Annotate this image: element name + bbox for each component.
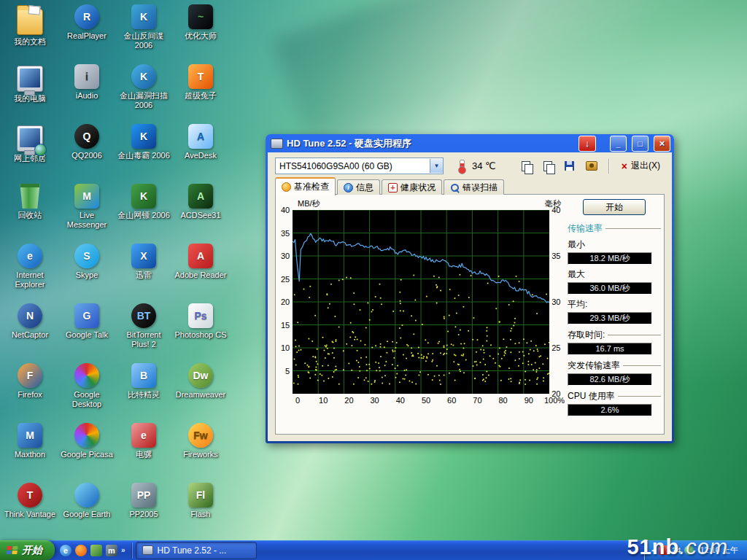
desktop-icon-label: Live Messenger xyxy=(60,211,114,229)
desktop-icon-google-desktop[interactable]: Google Desktop xyxy=(58,360,115,420)
exit-label: 退出(X) xyxy=(631,160,660,172)
quick-launch-messenger-icon[interactable] xyxy=(90,545,102,556)
desktop-icon-kingsoft-netguard[interactable]: K金山网镖 2006 xyxy=(115,181,172,241)
desktop-icon-acdsee31[interactable]: AACDSee31 xyxy=(172,181,229,241)
desktop-icon-label: 优化大师 xyxy=(185,31,217,41)
desktop-icon-avedesk[interactable]: AAveDesk xyxy=(172,121,229,181)
capture-button[interactable] xyxy=(583,158,600,174)
desktop-icon-kingsoft-scan[interactable]: K金山漏洞扫描 2006 xyxy=(115,61,172,121)
red-arrow-button[interactable]: ↓ xyxy=(578,136,596,152)
drive-select[interactable]: HTS541060G9SA00 (60 GB) ▼ xyxy=(275,158,444,174)
desktop-icon-google-earth[interactable]: Google Earth xyxy=(58,480,115,540)
desktop-icon-skype[interactable]: SSkype xyxy=(58,241,115,300)
desktop-icon-adobe-reader[interactable]: AAdobe Reader xyxy=(172,241,229,300)
desktop-icon-realplayer[interactable]: RRealPlayer xyxy=(58,1,115,61)
taskbar-task-hdtune[interactable]: HD Tune 2.52 - ... xyxy=(136,542,257,559)
watermark-51nb: 51nb.com xyxy=(627,535,728,559)
thinkvantage-icon: T xyxy=(18,483,42,508)
desktop-icon-netcaptor[interactable]: NNetCaptor xyxy=(1,300,58,360)
desktop-icon-xunlei[interactable]: X迅雷 xyxy=(115,241,172,300)
cpu-usage-value: 2.6% xyxy=(568,404,652,416)
desktop-icon-my-documents[interactable]: 我的文档 xyxy=(1,1,58,61)
desktop-icon-google-picasa[interactable]: Google Picasa xyxy=(58,420,115,480)
x-tick: 90 xyxy=(525,396,533,405)
desktop-icon-live-messenger[interactable]: MLive Messenger xyxy=(58,181,115,241)
left-tick: 10 xyxy=(281,343,290,352)
windows-flag-icon xyxy=(6,546,18,554)
copy-screenshot-button[interactable] xyxy=(539,158,557,174)
desktop-icon-label: Maxthon xyxy=(15,450,45,459)
desktop-icon-kingsoft-antispy[interactable]: K金山反间谍 2006 xyxy=(115,1,172,61)
avedesk-icon: A xyxy=(188,124,213,149)
left-tick: 20 xyxy=(281,298,290,306)
close-button[interactable]: × xyxy=(654,136,670,152)
desktop-icon-label: 回收站 xyxy=(18,211,42,220)
desktop-icon-bitspirit[interactable]: B比特精灵 xyxy=(115,360,172,420)
desktop-icon-label: Fireworks xyxy=(183,450,218,459)
tab-info[interactable]: i 信息 xyxy=(337,179,380,195)
desktop-icon-maxthon[interactable]: MMaxthon xyxy=(1,420,58,480)
desktop-icon-emule[interactable]: e电骡 xyxy=(115,420,172,480)
desktop-icon-qq2006[interactable]: QQQ2006 xyxy=(58,121,115,181)
desktop-icon-dreamweaver[interactable]: DwDreamweaver xyxy=(172,360,229,420)
bittorrent-plus-icon: BT xyxy=(131,303,156,328)
desktop-icon-my-computer[interactable]: 我的电脑 xyxy=(1,61,58,121)
desktop-icon-recycle-bin[interactable]: 回收站 xyxy=(1,181,58,241)
desktop-icon-google-talk[interactable]: GGoogle Talk xyxy=(58,300,115,360)
start-button[interactable]: 开始 xyxy=(0,540,55,560)
network-places-icon xyxy=(17,125,43,152)
health-cross-icon: + xyxy=(388,183,398,192)
tab-benchmark[interactable]: 基准检查 xyxy=(275,177,336,195)
desktop-icon-photoshop-cs[interactable]: PsPhotoshop CS xyxy=(172,300,229,360)
desktop-icon-label: 电骡 xyxy=(136,450,152,459)
titlebar[interactable]: HD Tune 2.52 - 硬盘实用程序 ↓ _ □ × xyxy=(268,134,672,152)
quick-launch: e m » xyxy=(55,545,131,556)
qq2006-icon: Q xyxy=(74,124,99,149)
desktop-icon-label: BitTorrent Plus! 2 xyxy=(117,330,171,349)
quick-launch-media-icon[interactable] xyxy=(75,545,87,556)
desktop-icon-fireworks[interactable]: FwFireworks xyxy=(172,420,229,480)
kingsoft-scan-icon: K xyxy=(131,64,156,89)
desktop-icon-label: 比特精灵 xyxy=(128,390,160,400)
start-benchmark-button[interactable]: 开始 xyxy=(583,199,646,215)
start-label: 开始 xyxy=(22,544,42,557)
acdsee31-icon: A xyxy=(188,184,213,209)
combo-dropdown-button[interactable]: ▼ xyxy=(430,159,443,173)
x-tick: 40 xyxy=(396,396,405,405)
flash-icon: Fl xyxy=(188,483,213,508)
quick-launch-mail-icon[interactable]: m xyxy=(106,545,117,556)
desktop-icon-wopti[interactable]: ~优化大师 xyxy=(172,1,229,61)
desktop-icon-super-rabbit[interactable]: T超级兔子 xyxy=(172,61,229,121)
desktop-icon-firefox[interactable]: FFirefox xyxy=(1,360,58,420)
tab-benchmark-label: 基准检查 xyxy=(294,181,329,193)
desktop-icon-bittorrent-plus[interactable]: BTBitTorrent Plus! 2 xyxy=(115,300,172,360)
copy-icon xyxy=(522,161,530,171)
group-rule xyxy=(608,335,661,335)
desktop-icon-label: PP2005 xyxy=(129,510,158,519)
xunlei-icon: X xyxy=(131,244,156,268)
desktop-icon-grid: 我的文档我的电脑网上邻居回收站eInternet ExplorerNNetCap… xyxy=(1,1,229,540)
tab-info-label: 信息 xyxy=(356,182,374,194)
desktop-icon-label: QQ2006 xyxy=(71,151,102,160)
desktop-icon-iaudio[interactable]: iiAudio xyxy=(58,61,115,121)
copy-text-button[interactable] xyxy=(517,158,535,174)
thermometer-icon xyxy=(460,160,465,172)
minimize-button[interactable]: _ xyxy=(610,136,627,152)
desktop-icon-kingsoft-duba[interactable]: K金山毒霸 2006 xyxy=(115,121,172,181)
desktop-icon-thinkvantage[interactable]: TThink Vantage xyxy=(1,480,58,540)
desktop-icon-pp2005[interactable]: PPPP2005 xyxy=(115,480,172,540)
desktop-icon-label: Dreamweaver xyxy=(176,390,225,400)
exit-button[interactable]: × 退出(X) xyxy=(617,158,665,174)
quick-launch-chevron-icon[interactable]: » xyxy=(121,546,125,554)
globe-icon xyxy=(34,144,47,156)
desktop-icon-network-places[interactable]: 网上邻居 xyxy=(1,121,58,181)
tab-health[interactable]: + 健康状况 xyxy=(382,179,442,195)
maximize-button[interactable]: □ xyxy=(632,136,649,152)
save-screenshot-button[interactable] xyxy=(561,158,578,174)
tab-error-scan[interactable]: 错误扫描 xyxy=(444,179,504,195)
firefox-icon: F xyxy=(18,363,42,388)
desktop-icon-flash[interactable]: FlFlash xyxy=(172,480,229,540)
magnifier-icon xyxy=(450,183,460,192)
desktop-icon-internet-explorer[interactable]: eInternet Explorer xyxy=(1,241,58,300)
quick-launch-browser-icon[interactable]: e xyxy=(60,545,71,556)
